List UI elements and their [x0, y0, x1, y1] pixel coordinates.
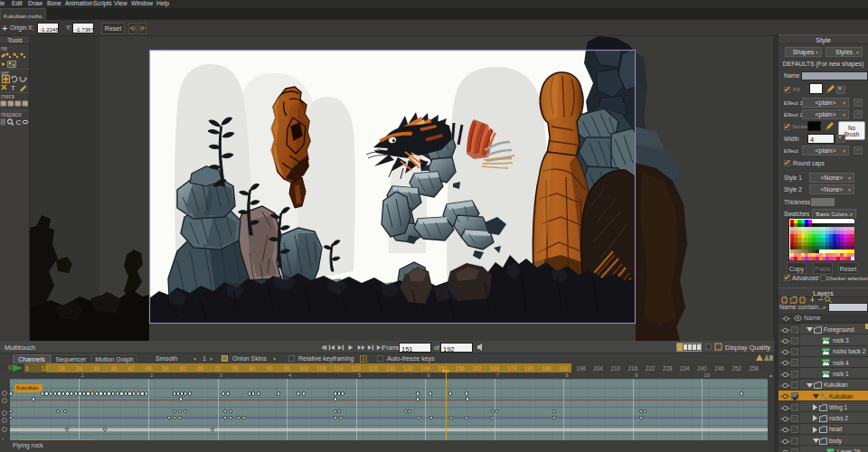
- svg-text:C: C: [16, 118, 22, 127]
- svg-text:T: T: [11, 84, 15, 91]
